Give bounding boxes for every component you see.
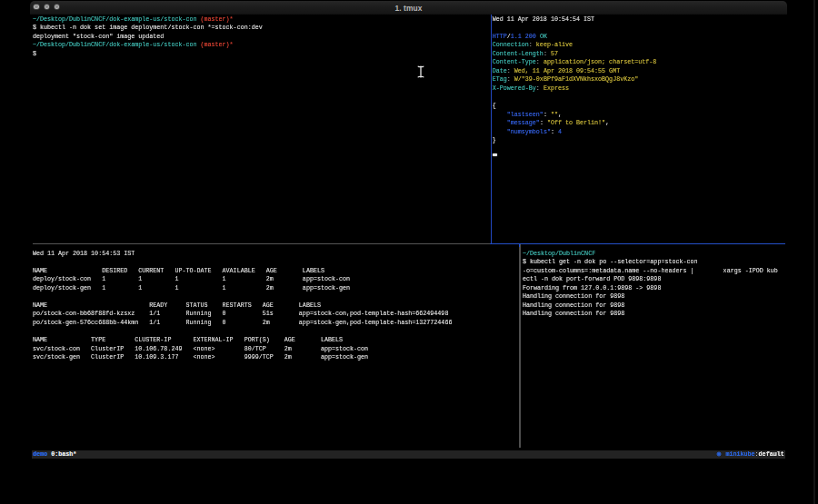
terminal-text-segment: OK [540, 33, 547, 40]
terminal-text-segment: po/stock-con-bb68f88fd-kzsxz 1/1 Running… [33, 310, 449, 317]
terminal-text-segment: , [558, 111, 562, 118]
terminal-line: ~/Desktop/DublinCNCF/dok-example-us/stoc… [33, 41, 263, 50]
terminal-line: { [493, 102, 657, 111]
terminal-text-segment: $ [33, 50, 36, 57]
terminal-text-segment: Connection [493, 41, 529, 48]
terminal-text-segment [493, 119, 507, 126]
terminal-text-segment: Wed 11 Apr 2018 10:54:54 IST [493, 15, 594, 23]
terminal-text-segment: Express [540, 84, 569, 92]
pane-bottom-right-terminal[interactable]: ~/Desktop/DublinCNCF$ kubectl get -n dok… [523, 250, 778, 319]
terminal-text-segment: 1.1 [511, 33, 522, 40]
background-window-edge [813, 0, 815, 504]
terminal-line: po/stock-con-bb68f88fd-kzsxz 1/1 Running… [33, 310, 453, 319]
terminal-text-segment: $ kubectl -n dok set image deployment/st… [33, 24, 263, 31]
window-title: 1. tmux [30, 4, 787, 13]
terminal-line: svc/stock-gen ClusterIP 10.109.3.177 <no… [33, 353, 453, 362]
terminal-line [33, 292, 453, 301]
terminal-line: Handling connection for 9898 [523, 301, 778, 311]
terminal-line: "message": "Off to Berlin!", [493, 119, 657, 128]
terminal-line: Content-Type: application/json; charset=… [493, 58, 657, 67]
terminal-line: deployment "stock-con" image updated [33, 33, 263, 42]
terminal-text-segment: deploy/stock-gen 1 1 1 1 2m app=stock-ge… [33, 284, 350, 292]
terminal-text-segment: "Off to Berlin!" [547, 119, 605, 126]
terminal-text-segment: $ kubectl get -n dok po --selector=app=s… [523, 258, 698, 265]
terminal-line: $ kubectl -n dok set image deployment/st… [33, 24, 263, 33]
terminal-line: Handling connection for 9898 [523, 292, 778, 301]
terminal-text-segment: keep-alive [533, 41, 573, 48]
status-left: demo 0:bash* [33, 450, 76, 459]
terminal-text-segment: Wed 11 Apr 2018 10:54:53 IST [33, 250, 135, 257]
terminal-line [33, 258, 453, 267]
kube-context: minikube [725, 450, 754, 458]
kube-namespace: default [759, 450, 784, 458]
terminal-text-segment [493, 111, 507, 118]
terminal-text-segment: : [551, 128, 558, 135]
terminal-line: X-Powered-By: Express [493, 84, 657, 94]
session-name: demo [33, 450, 47, 458]
terminal-text-segment: } [493, 136, 496, 143]
window-titlebar[interactable]: 1. tmux [30, 1, 787, 15]
pane-divider-vertical-bottom[interactable] [519, 244, 520, 448]
terminal-line [33, 328, 453, 337]
terminal-line: ectl -n dok port-forward POD 9898:9898 [523, 275, 778, 284]
terminal-line: "numsymbols": 4 [493, 128, 657, 137]
terminal-line: Wed 11 Apr 2018 10:54:53 IST [33, 250, 453, 259]
tmux-status-bar: demo 0:bash* minikube:default [32, 450, 785, 459]
terminal-text-segment: Handling connection for 9898 [523, 301, 624, 309]
terminal-text-segment: W/"39-0xBPf9aF1dXVNkhsxoBQgJ8vKzo" [511, 75, 638, 83]
pane-divider-horizontal-left[interactable] [33, 243, 491, 244]
window-list-item[interactable]: 0:bash* [51, 450, 76, 458]
terminal-line [493, 94, 657, 103]
terminal-text-segment: (master) [201, 41, 230, 48]
terminal-line: ETag: W/"39-0xBPf9aF1dXVNkhsxoBQgJ8vKzo" [493, 75, 657, 84]
terminal-text-segment: X-Powered-By [493, 84, 536, 92]
terminal-text-segment: : [544, 111, 551, 118]
terminal-cursor [493, 153, 497, 157]
terminal-text-segment: svc/stock-con ClusterIP 10.106.78.249 <n… [33, 345, 368, 352]
terminal-text-segment: Content-Type [493, 58, 536, 65]
terminal-line [493, 24, 657, 33]
terminal-text-segment [493, 128, 507, 135]
terminal-text-segment: "lastseen" [507, 111, 544, 118]
terminal-text-segment: 200 [525, 33, 536, 40]
terminal-text-segment: 57 [547, 50, 558, 57]
terminal-line [493, 145, 657, 154]
terminal-line: Content-Length: 57 [493, 50, 657, 59]
terminal-text-segment: : [540, 119, 547, 126]
pane-divider-horizontal-right[interactable] [490, 243, 784, 244]
terminal-text-segment: * [230, 41, 234, 48]
terminal-text-segment: -o=custom-columns=:metadata.name --no-he… [523, 267, 778, 274]
terminal-text-segment: * [230, 15, 234, 23]
pane-bottom-left-terminal[interactable]: Wed 11 Apr 2018 10:54:53 ISTNAME DESIRED… [33, 250, 453, 362]
terminal-line: Wed 11 Apr 2018 10:54:54 IST [493, 15, 657, 25]
pane-top-right-terminal[interactable]: Wed 11 Apr 2018 10:54:54 ISTHTTP/1.1 200… [493, 15, 657, 154]
terminal-line: Handling connection for 9898 [523, 310, 778, 319]
terminal-line: } [493, 136, 657, 145]
terminal-text-segment: "" [551, 111, 558, 118]
terminal-line: HTTP/1.1 200 OK [493, 33, 657, 42]
terminal-text-segment: ectl -n dok port-forward POD 9898:9898 [523, 275, 662, 282]
terminal-line: svc/stock-con ClusterIP 10.106.78.249 <n… [33, 345, 453, 354]
terminal-text-segment: NAME TYPE CLUSTER-IP EXTERNAL-IP PORT(S)… [33, 336, 343, 343]
terminal-text-segment: NAME READY STATUS RESTARTS AGE LABELS [33, 301, 321, 309]
terminal-text-segment: NAME DESIRED CURRENT UP-TO-DATE AVAILABL… [33, 267, 324, 274]
terminal-line: deploy/stock-gen 1 1 1 1 2m app=stock-ge… [33, 284, 453, 293]
terminal-text-segment: Content-Length [493, 50, 544, 57]
pane-divider-vertical-top[interactable] [491, 15, 492, 243]
terminal-line: $ [33, 50, 263, 59]
terminal-text-segment: "numsymbols" [507, 128, 551, 135]
terminal-line: deploy/stock-con 1 1 1 1 2m app=stock-co… [33, 275, 453, 284]
terminal-text-segment: , [605, 119, 609, 126]
terminal-text-segment: HTTP [493, 33, 507, 40]
terminal-text-segment: svc/stock-gen ClusterIP 10.109.3.177 <no… [33, 353, 368, 361]
terminal-text-segment: Date [493, 67, 507, 74]
terminal-text-segment: ~/Desktop/DublinCNCF [523, 250, 595, 257]
terminal-line: NAME DESIRED CURRENT UP-TO-DATE AVAILABL… [33, 267, 453, 276]
terminal-line: Forwarding from 127.0.0.1:9898 -> 9898 [523, 284, 778, 293]
terminal-text-segment: application/json; charset=utf-8 [540, 58, 656, 65]
terminal-text-segment: { [493, 102, 496, 109]
pane-top-left-terminal[interactable]: ~/Desktop/DublinCNCF/dok-example-us/stoc… [33, 15, 263, 59]
terminal-text-segment: Handling connection for 9898 [523, 310, 624, 317]
terminal-line: Date: Wed, 11 Apr 2018 09:54:55 GMT [493, 67, 657, 76]
terminal-line: NAME READY STATUS RESTARTS AGE LABELS [33, 301, 453, 311]
